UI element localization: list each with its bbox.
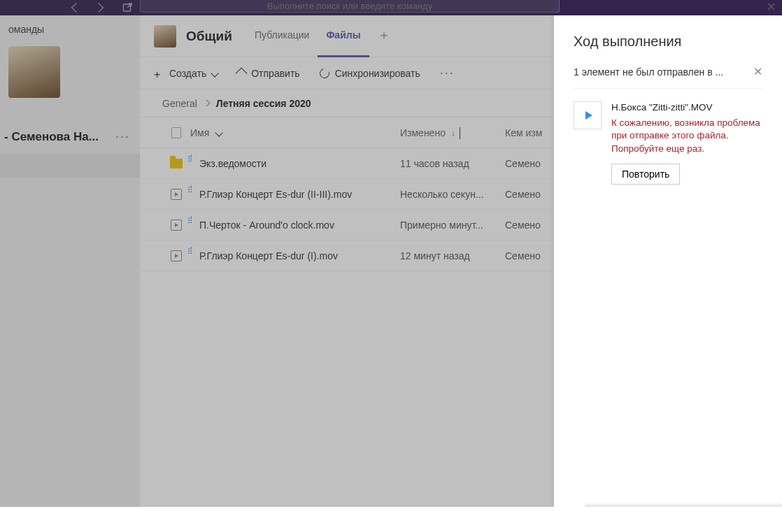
file-type-icon (171, 127, 181, 138)
file-name: Р.Глиэр Концерт Es-dur (II-III).mov (199, 189, 352, 200)
video-icon (171, 250, 182, 261)
video-icon (171, 220, 182, 231)
compose-button[interactable] (117, 0, 139, 15)
file-name: Р.Глиэр Концерт Es-dur (I).mov (199, 250, 338, 261)
upload-icon (236, 67, 248, 79)
plus-icon (154, 69, 164, 78)
chevron-down-icon (460, 127, 460, 139)
panel-status: 1 элемент не был отправлен в ... (574, 66, 748, 78)
column-modified[interactable]: Изменено ↓ (400, 127, 505, 138)
chevron-left-icon (71, 3, 81, 13)
sync-pending-icon: ⣾ (187, 246, 192, 254)
toolbar-upload-label: Отправить (251, 68, 299, 79)
upload-item: Н.Бокса "Zitti-zitti".MOV К сожалению, в… (574, 101, 762, 185)
sort-desc-icon: ↓ (451, 129, 455, 138)
panel-shadow (585, 503, 782, 507)
panel-title: Ход выполнения (574, 34, 762, 50)
file-modified: 11 часов назад (400, 158, 505, 169)
chevron-down-icon (211, 69, 219, 77)
nav-forward-button[interactable] (87, 0, 110, 15)
search-bar[interactable] (140, 0, 560, 13)
video-icon (171, 189, 182, 200)
channel-title: Общий (186, 29, 232, 44)
team-name[interactable]: - Семенова На... (4, 130, 113, 144)
file-name: Экз.ведомости (199, 158, 266, 169)
folder-icon (170, 159, 183, 168)
tab-add-button[interactable]: ＋ (369, 15, 399, 57)
column-name[interactable]: Имя (190, 127, 400, 138)
sync-pending-icon: ⣾ (187, 215, 192, 223)
file-modified: 12 минут назад (400, 250, 505, 261)
upload-filename: Н.Бокса "Zitti-zitti".MOV (611, 101, 762, 114)
sidebar: оманды - Семенова На... ··· (0, 15, 140, 507)
toolbar-create-button[interactable]: Создать (154, 68, 218, 79)
file-name: П.Черток - Around'o clock.mov (199, 220, 334, 231)
upload-thumbnail[interactable] (574, 101, 602, 129)
chevron-right-icon (203, 100, 210, 107)
bottom-strip (0, 507, 782, 532)
toolbar-upload-button[interactable]: Отправить (237, 68, 299, 79)
sidebar-header: оманды (0, 15, 140, 39)
team-more-button[interactable]: ··· (113, 129, 133, 144)
tab-files[interactable]: Файлы (318, 15, 369, 57)
sync-pending-icon: ⣾ (187, 154, 192, 161)
toolbar-create-label: Создать (169, 68, 206, 79)
sync-pending-icon: ⣾ (187, 185, 192, 192)
upload-error-message: К сожалению, возникла проблема при отпра… (611, 117, 762, 155)
toolbar-sync-label: Синхронизировать (335, 68, 420, 79)
tab-posts[interactable]: Публикации (246, 15, 318, 57)
titlebar: ✕ (0, 0, 782, 15)
retry-button[interactable]: Повторить (611, 164, 680, 185)
sidebar-channel-selected[interactable] (0, 154, 140, 178)
chevron-down-icon (215, 129, 223, 136)
breadcrumb-current: Летняя сессия 2020 (216, 98, 311, 109)
breadcrumb-root[interactable]: General (162, 98, 197, 109)
team-avatar[interactable] (8, 46, 60, 98)
search-input[interactable] (141, 1, 559, 11)
toolbar-more-button[interactable]: ··· (440, 66, 455, 80)
compose-icon (122, 2, 134, 13)
progress-panel: Ход выполнения 1 элемент не был отправле… (554, 15, 782, 507)
play-icon (585, 111, 592, 120)
nav-back-button[interactable] (65, 0, 87, 15)
file-modified: Несколько секун... (400, 189, 505, 200)
sync-icon (318, 66, 331, 80)
channel-avatar (154, 25, 176, 48)
panel-close-top-button[interactable]: ✕ (762, 0, 779, 15)
panel-dismiss-button[interactable]: ✕ (753, 65, 762, 78)
toolbar-sync-button[interactable]: Синхронизировать (320, 68, 420, 79)
chevron-right-icon (94, 3, 104, 13)
file-modified: Примерно минут... (400, 220, 505, 231)
